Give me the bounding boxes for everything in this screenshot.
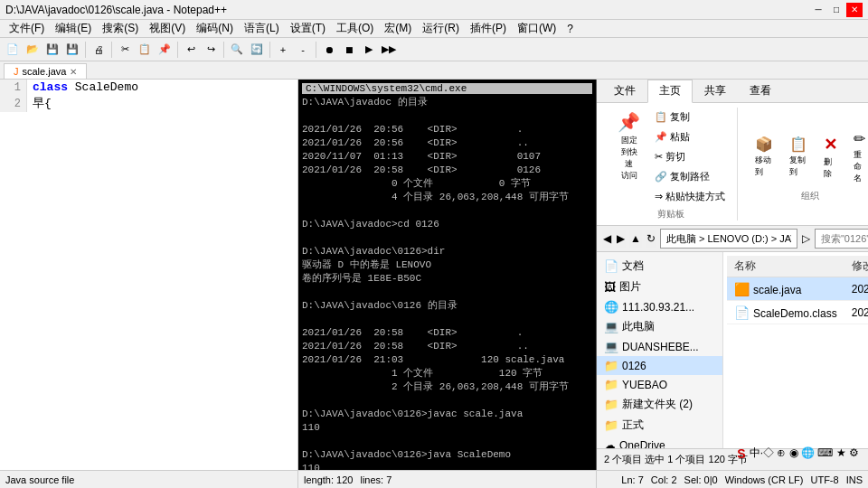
tree-item-duanshebe[interactable]: 💻 DUANSHEBE... [597,337,722,356]
tree-item-network[interactable]: 🌐 111.30.93.21... [597,297,722,316]
new-button[interactable]: 📄 [4,41,22,59]
ribbon-tab-file[interactable]: 文件 [602,80,647,102]
minimize-button[interactable]: ─ [810,3,826,17]
find-button[interactable]: 🔍 [228,41,246,59]
window-controls: ─ □ ✕ [810,3,863,17]
col-date[interactable]: 修改日期 [844,256,868,277]
paste-button[interactable]: 📌 [156,41,174,59]
address-bar: ◀ ▶ ▲ ↻ ▷ [597,226,868,252]
paste-shortcut-button[interactable]: ⇒ 粘贴快捷方式 [650,187,730,206]
close-button[interactable]: ✕ [846,3,863,17]
main-area: 1 class ScaleDemo 2 早{ C:\WINDOWS\system… [0,80,868,470]
clipboard-buttons: 📋 复制 📌 粘贴 ✂ 剪切 [650,108,730,206]
macro-run-button[interactable]: ▶▶ [380,41,398,59]
macro-stop-button[interactable]: ⏹ [340,41,358,59]
tree-item-pc[interactable]: 💻 此电脑 [597,316,722,337]
tab-scale-java[interactable]: J scale.java ✕ [4,63,87,79]
macro-play-button[interactable]: ▶ [360,41,378,59]
menu-view[interactable]: 视图(V) [144,19,191,38]
npp-status-right: Ln: 7 Col: 2 Sel: 0|0 Windows (CR LF) UT… [597,471,868,488]
ribbon-tab-home[interactable]: 主页 [647,80,693,103]
rename-button[interactable]: ✏ 重命名 [847,127,868,188]
paste-button[interactable]: 📌 粘贴 [650,127,730,146]
toolbar-separator2 [111,42,112,58]
menu-plugins[interactable]: 插件(P) [465,19,512,38]
address-input[interactable] [660,229,797,249]
editor-content[interactable]: 1 class ScaleDemo 2 早{ [0,80,297,112]
menu-tools[interactable]: 工具(O) [331,19,379,38]
toolbar-separator6 [316,42,316,58]
tree-item-documents[interactable]: 📄 文档 [597,256,722,277]
move-to-button[interactable]: 📦 移动到 [749,132,779,182]
save-all-button[interactable]: 💾 [63,41,81,59]
cut-button[interactable]: ✂ [116,41,134,59]
maximize-button[interactable]: □ [828,3,844,17]
copy-button[interactable]: 📋 [136,41,154,59]
replace-button[interactable]: 🔄 [248,41,266,59]
tree-item-newfolder2[interactable]: 📁 新建文件夹 (2) [597,394,722,415]
title-bar: D:\JAVA\javadoc\0126\scale.java - Notepa… [0,0,868,20]
menu-settings[interactable]: 设置(T) [285,19,331,38]
encoding-label: UTF-8 [810,474,838,485]
ribbon: 文件 主页 共享 查看 📌 固定到快速访问 📋 [597,80,868,226]
up-button[interactable]: ▲ [629,230,642,248]
toolbar: 📄 📂 💾 💾 🖨 ✂ 📋 📌 ↩ ↪ 🔍 🔄 + - ⏺ ⏹ ▶ ▶▶ [0,38,868,61]
length-label: length: 120 [304,474,353,485]
menu-edit[interactable]: 编辑(E) [50,19,97,38]
crlf-label: Windows (CR LF) [725,474,804,485]
menu-file[interactable]: 文件(F) [4,19,50,38]
copy-button[interactable]: 📋 复制 [650,108,730,127]
forward-button[interactable]: ▶ [616,230,626,248]
pin-quickaccess-button[interactable]: 📌 固定到快速访问 [611,108,646,206]
table-row[interactable]: 📄ScaleDemo.class 2021/1/26 21:05 CLASS 文… [727,301,868,324]
save-button[interactable]: 💾 [43,41,61,59]
ribbon-tab-share[interactable]: 共享 [693,80,738,102]
copy-to-button[interactable]: 📋 复制到 [783,132,814,182]
tree-item-zhengshi[interactable]: 📁 正式 [597,415,722,436]
tab-bar: J scale.java ✕ [0,61,868,80]
addr-go-button[interactable]: ▷ [801,230,811,248]
menu-search[interactable]: 搜索(S) [97,19,144,38]
explorer-pane: 文件 主页 共享 查看 📌 固定到快速访问 📋 [597,80,868,470]
menu-language[interactable]: 语言(L) [239,19,285,38]
undo-button[interactable]: ↩ [182,41,200,59]
menu-macro[interactable]: 宏(M) [379,19,417,38]
menu-run[interactable]: 运行(R) [417,19,465,38]
tree-item-label: 新建文件夹 (2) [622,397,693,412]
back-button[interactable]: ◀ [602,230,612,248]
cut-button[interactable]: ✂ 剪切 [650,147,730,166]
cmd-title: C:\WINDOWS\system32\cmd.exe [302,83,592,94]
zoom-in-button[interactable]: + [274,41,292,59]
delete-button[interactable]: ✕ 删除 [817,131,844,183]
tree-item-pictures[interactable]: 🖼 图片 [597,277,722,297]
col-name[interactable]: 名称 [727,256,844,277]
toolbar-separator5 [269,42,270,58]
cmd-pane[interactable]: C:\WINDOWS\system32\cmd.exe D:\JAVA\java… [298,80,597,470]
menu-window[interactable]: 窗口(W) [512,19,561,38]
tree-item-yuebao[interactable]: 📁 YUEBAO [597,375,722,394]
open-button[interactable]: 📂 [24,41,42,59]
explorer-body: 📄 文档 🖼 图片 🌐 111.30.93.21... 💻 此电脑 💻 [597,252,868,448]
onedrive-icon: ☁ [604,438,616,448]
table-row[interactable]: 🟧scale.java 2021/1/26 21:03 JAVA 文件 1 KB [727,277,868,301]
refresh-button[interactable]: ↻ [646,230,656,248]
window-title: D:\JAVA\javadoc\0126\scale.java - Notepa… [5,4,227,16]
tree-item-onedrive[interactable]: ☁ OneDrive [597,436,722,448]
lines-label: lines: 7 [360,474,392,485]
print-button[interactable]: 🖨 [90,41,108,59]
network-icon: 🌐 [604,300,618,314]
redo-button[interactable]: ↪ [202,41,220,59]
nav-tree: 📄 文档 🖼 图片 🌐 111.30.93.21... 💻 此电脑 💻 [597,252,723,448]
tree-item-0126[interactable]: 📁 0126 [597,356,722,375]
file-list[interactable]: 名称 修改日期 类型 大小 🟧scale.java 2021/1/26 21:0… [723,252,868,448]
macro-record-button[interactable]: ⏺ [320,41,338,59]
copy-path-button[interactable]: 🔗 复制路径 [650,167,730,186]
menu-encoding[interactable]: 编码(N) [191,19,239,38]
ribbon-organize-group: 📦 移动到 📋 复制到 ✕ 删除 ✏ 重命名 [741,127,868,202]
zoom-out-button[interactable]: - [294,41,312,59]
yuebao-icon: 📁 [604,378,618,391]
ribbon-tab-view[interactable]: 查看 [738,80,783,102]
search-input[interactable] [815,229,868,249]
menu-help[interactable]: ? [561,21,579,37]
tab-close-icon[interactable]: ✕ [70,67,77,77]
